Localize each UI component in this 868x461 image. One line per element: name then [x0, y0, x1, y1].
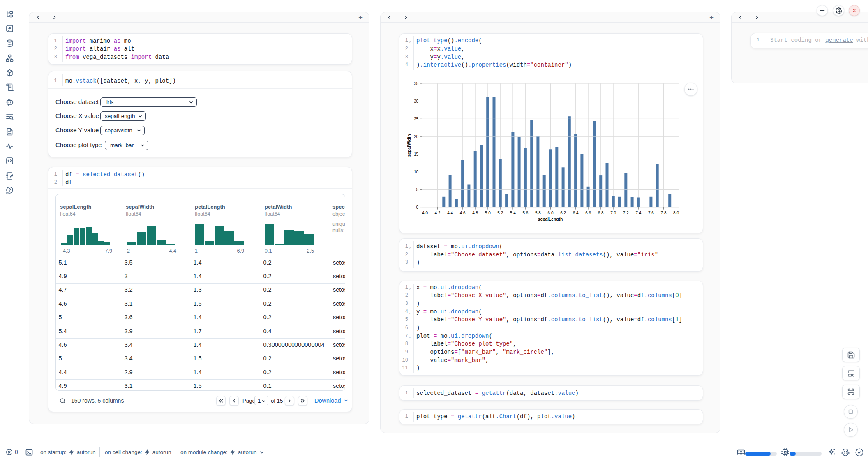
svg-text:5.8: 5.8 — [535, 211, 541, 215]
svg-text:4.4: 4.4 — [447, 211, 453, 215]
svg-text:6.6: 6.6 — [585, 211, 591, 215]
svg-text:7.2: 7.2 — [623, 211, 629, 215]
svg-text:sepalWidth: sepalWidth — [407, 134, 411, 157]
svg-text:5.0: 5.0 — [485, 211, 491, 215]
svg-text:5.4: 5.4 — [510, 211, 516, 215]
svg-text:5.2: 5.2 — [497, 211, 503, 215]
svg-text:6.0: 6.0 — [548, 211, 554, 215]
svg-text:4.0: 4.0 — [422, 211, 428, 215]
svg-text:6.4: 6.4 — [573, 211, 579, 215]
svg-text:7.8: 7.8 — [661, 211, 667, 215]
svg-text:15: 15 — [414, 152, 419, 157]
svg-text:25: 25 — [414, 117, 419, 121]
svg-text:7.4: 7.4 — [635, 211, 641, 215]
svg-text:30: 30 — [414, 99, 419, 104]
svg-text:4.8: 4.8 — [472, 211, 478, 215]
svg-text:8.0: 8.0 — [673, 211, 679, 215]
svg-text:7.0: 7.0 — [610, 211, 616, 215]
svg-text:sepalLength: sepalLength — [538, 217, 563, 221]
svg-text:7.6: 7.6 — [648, 211, 654, 215]
svg-text:6.8: 6.8 — [598, 211, 604, 215]
svg-text:0: 0 — [416, 205, 418, 210]
svg-text:5: 5 — [416, 187, 418, 192]
svg-text:4.6: 4.6 — [460, 211, 466, 215]
svg-text:20: 20 — [414, 134, 419, 139]
svg-text:10: 10 — [414, 170, 419, 174]
svg-text:6.2: 6.2 — [560, 211, 566, 215]
svg-text:5.6: 5.6 — [522, 211, 528, 215]
svg-text:35: 35 — [414, 81, 419, 86]
svg-text:4.2: 4.2 — [435, 211, 441, 215]
